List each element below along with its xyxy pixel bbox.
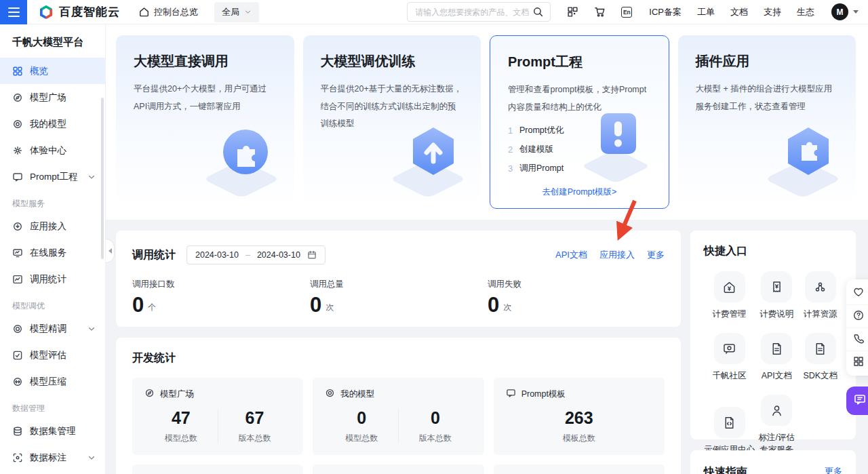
sidebar-item-dataset-management[interactable]: 数据集管理 (0, 418, 105, 444)
tile-my-models[interactable]: 我的模型 0模型总数 0版本总数 (313, 378, 484, 455)
promo-card-tuning-training[interactable]: 大模型调优训练 平台提供20+基于大量的无标注数据，结合不同的训练方式训练出定制… (303, 35, 481, 209)
heart-icon (852, 285, 865, 300)
nodes-icon (805, 271, 836, 302)
quick-entry-billing-management[interactable]: 计费管理 (713, 271, 747, 320)
compress-icon (12, 376, 23, 387)
promo-desc: 平台提供20+个大模型，用户可通过API调用方式，一键部署应用 (134, 81, 277, 115)
brand[interactable]: 百度智能云 (39, 4, 120, 20)
tile-model-market[interactable]: 模型广场 47模型总数 67版本总数 (132, 378, 303, 455)
nav-link-docs[interactable]: 文档 (730, 6, 748, 18)
account-menu[interactable]: M (831, 3, 859, 20)
sidebar-item-online-service[interactable]: 在线服务 (0, 239, 105, 266)
phone-button[interactable] (846, 328, 868, 351)
tile-online-service[interactable]: 在线服务 (132, 465, 303, 474)
avatar[interactable]: M (831, 3, 848, 20)
brand-name: 百度智能云 (59, 4, 120, 20)
date-range-picker[interactable]: 2024-03-10 – 2024-03-10 (186, 245, 326, 264)
scope-dropdown[interactable]: 全局 (214, 2, 259, 22)
promo-title: 大模型直接调用 (134, 52, 277, 71)
target-icon (12, 323, 23, 334)
doc-check-icon (12, 350, 23, 361)
quick-entry-compute-resources[interactable]: 计算资源 (804, 271, 837, 320)
tile-post-pretrain[interactable]: Post-pretrain (313, 465, 484, 474)
apps-grid-icon (852, 355, 865, 370)
sidebar-item-model-compression[interactable]: 模型压缩 (0, 368, 105, 395)
disc-puzzle-illustration (193, 117, 288, 201)
dev-statistics-title: 开发统计 (132, 351, 665, 366)
help-button[interactable] (846, 304, 868, 328)
sidebar-item-experience-center[interactable]: 体验中心 (0, 137, 105, 163)
nav-link-ecosystem[interactable]: 生态 (797, 6, 814, 18)
sidebar-group-data-management: 数据管理 (0, 395, 105, 418)
document-icon (805, 333, 836, 364)
quick-guide-more-link[interactable]: 更多 (825, 465, 842, 474)
document-icon (761, 333, 792, 364)
database-icon (12, 426, 23, 437)
compass-icon (144, 388, 155, 400)
promo-section: 大模型直接调用 平台提供20+个大模型，用户可通过API调用方式，一键部署应用 … (106, 24, 868, 220)
favorites-button[interactable] (846, 281, 868, 304)
sidebar-item-data-processing[interactable]: 数据处理 (0, 471, 105, 474)
promo-card-prompt-engineering[interactable]: Prompt工程 管理和查看prompt模板，支持Prompt内容质量和结构上的… (490, 35, 669, 209)
search-icon[interactable] (532, 6, 544, 18)
nav-link-icp[interactable]: ICP备案 (649, 6, 682, 18)
nav-link-ticket[interactable]: 工单 (697, 6, 715, 18)
sidebar-item-app-access[interactable]: 应用接入 (0, 213, 105, 239)
quick-entry-billing-info[interactable]: 计费说明 (760, 271, 793, 320)
sidebar-group-model-tuning: 模型调优 (0, 292, 105, 315)
sidebar-item-model-finetune[interactable]: 模型精调 (0, 315, 105, 342)
download-circle-icon (12, 221, 23, 232)
quick-entry-expert-service[interactable]: 标注/评估专家服务 (759, 395, 795, 456)
search-input[interactable] (415, 7, 532, 17)
app-access-link[interactable]: 应用接入 (599, 249, 635, 261)
stat-call-total: 调用总量 0次 (310, 279, 488, 315)
qr-code-icon[interactable] (567, 6, 578, 18)
chat-support-button[interactable] (846, 387, 868, 415)
promo-card-direct-call[interactable]: 大模型直接调用 平台提供20+个大模型，用户可通过API调用方式，一键部署应用 (116, 35, 294, 209)
sidebar-title: 千帆大模型平台 (0, 24, 105, 58)
sidebar-scrollbar[interactable] (101, 98, 104, 259)
tile-prompt-templates[interactable]: Prompt模板 263模板总数 (494, 378, 665, 455)
language-toggle-icon[interactable]: En (621, 7, 632, 18)
model-icon (325, 388, 335, 400)
quick-guide-title: 快速指南 (704, 465, 747, 474)
quick-entry-qianfan-community[interactable]: 千帆社区 (713, 333, 747, 382)
chart-icon (12, 274, 23, 285)
hamburger-menu-button[interactable] (0, 0, 27, 24)
sidebar-item-overview[interactable]: 概览 (0, 58, 105, 84)
quick-guide-card: 快速指南 更多 (690, 450, 856, 474)
sidebar-item-data-annotation[interactable]: 数据标注 (0, 444, 105, 471)
sidebar-item-call-statistics[interactable]: 调用统计 (0, 266, 105, 292)
apps-button[interactable] (846, 351, 868, 374)
promo-card-plugin-app[interactable]: 插件应用 大模型 + 插件的组合进行大模型应用服务创建工作，状态查看管理 (678, 35, 856, 209)
floating-toolbar (846, 279, 868, 376)
sidebar-item-model-market[interactable]: 模型广场 (0, 84, 105, 111)
create-prompt-template-link[interactable]: 去创建Prompt模版> (490, 186, 669, 198)
quick-entry-api-docs[interactable]: API文档 (761, 333, 792, 382)
quick-entry-title: 快捷入口 (704, 244, 842, 258)
tile-sft[interactable]: SFT (494, 465, 665, 474)
sidebar-item-my-models[interactable]: 我的模型 (0, 111, 105, 137)
quick-entry-sdk-docs[interactable]: SDK文档 (803, 333, 837, 382)
quick-entry-card: 快捷入口 计费管理 计费说明 计算资源 (690, 231, 856, 439)
home-icon (138, 6, 150, 18)
promo-title: 插件应用 (696, 52, 839, 71)
api-docs-link[interactable]: API文档 (555, 249, 587, 261)
call-statistics-title: 调用统计 (132, 248, 176, 262)
cart-icon[interactable] (594, 6, 606, 18)
code-document-icon (714, 407, 745, 438)
main-content: 大模型直接调用 平台提供20+个大模型，用户可通过API调用方式，一键部署应用 … (106, 24, 868, 474)
community-chat-icon (714, 333, 745, 364)
console-overview-link[interactable]: 控制台总览 (138, 6, 198, 18)
sidebar-item-prompt-engineering[interactable]: Prompt工程 (0, 163, 105, 190)
more-link[interactable]: 更多 (647, 249, 665, 261)
prompt-steps: 1Prompt优化 2创建模版 3调用Prompt (508, 125, 651, 174)
chevron-down-icon (87, 454, 96, 462)
scan-dot-icon (12, 452, 23, 463)
chevron-down-icon (87, 325, 96, 333)
flower-icon (12, 145, 23, 156)
sidebar-item-model-evaluation[interactable]: 模型评估 (0, 342, 105, 368)
quick-entry-sample-app-center[interactable]: 示例应用中心 (704, 407, 755, 456)
nav-link-support[interactable]: 支持 (764, 6, 781, 18)
chat-icon (853, 393, 867, 410)
